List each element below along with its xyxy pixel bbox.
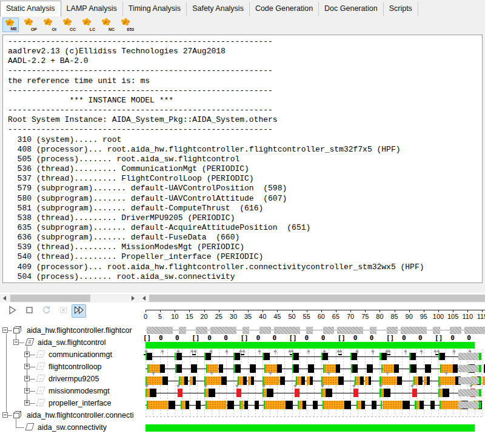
- expand-icon[interactable]: +: [24, 376, 30, 381]
- receive-arrow-icon: [293, 383, 298, 388]
- toolbar-button-label: OP: [31, 27, 37, 32]
- exec-block: [243, 376, 247, 385]
- expand-icon[interactable]: +: [24, 352, 30, 357]
- tree-row-propeller-interface[interactable]: +propeller_interface: [0, 397, 139, 409]
- toolbar-button-lc[interactable]: LC: [80, 18, 96, 32]
- ruler-tick: [263, 310, 263, 312]
- port-value-marker: 0: [450, 334, 455, 342]
- ruler-tick-label: 65: [332, 313, 340, 320]
- thread-icon: [35, 374, 46, 385]
- scrollbar-thumb[interactable]: [10, 295, 90, 302]
- exec-block: [160, 364, 165, 373]
- tree-row-flightcontrolloop[interactable]: +flightcontrolloop: [0, 361, 139, 373]
- pending-work-edge: [479, 401, 481, 409]
- exec-block: [235, 364, 241, 373]
- exec-block: [180, 376, 184, 385]
- processor-busy-block: [242, 327, 250, 334]
- port-value-marker: 0: [159, 334, 163, 342]
- ruler-tick-label: 90: [406, 313, 413, 320]
- exec-block: [323, 376, 338, 385]
- ruler-tick: [292, 310, 293, 312]
- fast-forward-button[interactable]: [72, 304, 86, 318]
- stop-button[interactable]: [22, 304, 36, 318]
- ruler-tick: [277, 310, 278, 312]
- port-value-marker: 0: [224, 334, 228, 342]
- tree-row-aida-hw-flightcontroller-flightcor[interactable]: −aida_hw.flightcontroller.flightcor: [0, 324, 139, 336]
- collapse-icon[interactable]: −: [2, 327, 8, 333]
- processor-busy-block: [450, 327, 461, 334]
- dispatch-arrow-icon: [161, 349, 165, 355]
- toolbar-button-oi[interactable]: OI: [41, 18, 58, 32]
- tree-row-aida-sw-connectivity[interactable]: aida_sw.connectivity: [0, 421, 139, 433]
- expand-icon[interactable]: +: [24, 400, 30, 406]
- toolbar-button-cc[interactable]: CC: [61, 18, 77, 32]
- ruler-tick: [219, 310, 219, 312]
- ruler-tick-label: 105: [447, 313, 458, 320]
- ruler-tick: [189, 310, 190, 312]
- ruler-tick-label: 115: [477, 313, 485, 320]
- thread-icon: [35, 350, 46, 361]
- loop-icon: [41, 305, 52, 318]
- tab-lamp-analysis[interactable]: LAMP Analysis: [61, 2, 123, 16]
- play-button[interactable]: [5, 304, 19, 318]
- scroll-left-icon[interactable]: [139, 295, 148, 302]
- exec-block: [297, 376, 301, 385]
- dispatch-dash: [241, 354, 244, 355]
- ruler-tick-label: 110: [463, 313, 473, 320]
- tree-label: missionmodesmgt: [48, 387, 110, 395]
- tree-row-aida-hw-flightcontroller-connecti[interactable]: −aida_hw.flightcontroller.connecti: [0, 409, 139, 421]
- tree-hscrollbar[interactable]: [0, 294, 139, 303]
- exec-block: [250, 364, 256, 373]
- receive-arrow-icon: [410, 383, 415, 388]
- expand-icon[interactable]: +: [24, 388, 30, 393]
- exec-block: [410, 364, 416, 373]
- timeline-hscrollbar[interactable]: [139, 294, 485, 303]
- exec-block: [323, 353, 328, 360]
- processor-busy-block: [259, 327, 271, 334]
- dispatch-arrow-icon: [371, 349, 375, 355]
- ruler-tick: [380, 310, 380, 312]
- dispatch-arrow-icon: [327, 370, 331, 375]
- tree-row-communicationmgt[interactable]: +communicationmgt: [0, 349, 139, 361]
- toolbar-button-label: NC: [109, 27, 115, 32]
- dispatch-arrow-icon: [258, 349, 262, 355]
- tree-row-drivermpu9205[interactable]: +drivermpu9205: [0, 373, 139, 385]
- toolbar-button-label: ME: [11, 27, 18, 31]
- exec-block: [184, 376, 188, 385]
- exec-block: [410, 353, 416, 360]
- ruler-tick: [204, 310, 205, 312]
- console-panel: ----------------------------------------…: [2, 35, 483, 283]
- scroll-right-icon[interactable]: [129, 295, 137, 302]
- toolbar-button-op[interactable]: OP: [22, 18, 38, 32]
- scroll-left-icon[interactable]: [0, 295, 8, 302]
- exec-block: [178, 389, 182, 397]
- collapse-icon[interactable]: −: [2, 412, 8, 418]
- exec-block: [264, 376, 279, 385]
- toolbar-button-me[interactable]: ME: [2, 18, 19, 32]
- ruler-baseline: [146, 310, 485, 310]
- tab-safety-analysis[interactable]: Safety Analysis: [187, 2, 250, 16]
- expand-icon[interactable]: +: [24, 364, 30, 369]
- collapse-icon[interactable]: −: [13, 339, 19, 345]
- exec-block: [372, 401, 376, 409]
- exec-block: [394, 364, 399, 373]
- ruler-tick-label: 40: [259, 313, 266, 320]
- receive-arrow-icon: [235, 383, 239, 388]
- tree-row-aida-sw-flightcontrol[interactable]: −aida_sw.flightcontrol: [0, 336, 139, 349]
- exec-block: [440, 353, 445, 360]
- toolbar-button-nc[interactable]: NC: [99, 18, 116, 32]
- port-value-marker: []: [143, 334, 151, 342]
- tab-code-generation[interactable]: Code Generation: [250, 2, 319, 16]
- pending-work-block: [458, 353, 479, 360]
- processor-busy-block: [401, 327, 427, 334]
- tree-row-missionmodesmgt[interactable]: +missionmodesmgt: [0, 385, 139, 397]
- exec-block: [148, 401, 169, 409]
- tab-doc-generation[interactable]: Doc Generation: [319, 2, 384, 16]
- thread-icon: [35, 362, 46, 373]
- tab-timing-analysis[interactable]: Timing Analysis: [123, 2, 187, 16]
- tab-static-analysis[interactable]: Static Analysis: [0, 1, 61, 16]
- exec-block: [440, 376, 455, 385]
- tab-scripts[interactable]: Scripts: [384, 2, 418, 16]
- toolbar-button-653[interactable]: 653: [119, 18, 135, 32]
- scrollbar-thumb[interactable]: [149, 295, 485, 302]
